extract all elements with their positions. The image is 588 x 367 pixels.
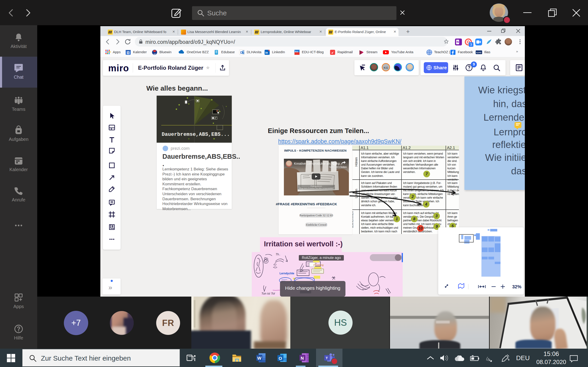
svg-text:T: T — [326, 356, 328, 360]
svg-text:Tun ist Tol: Tun ist Tol — [261, 292, 275, 295]
svg-text:Th..: Th.. — [276, 253, 280, 256]
svg-text:O: O — [279, 356, 282, 361]
svg-text:8: 8 — [128, 52, 129, 54]
svg-text:#Tagging: #Tagging — [313, 264, 324, 266]
svg-text:D: D — [240, 50, 243, 54]
svg-text:bzz: bzz — [295, 50, 298, 53]
svg-text:ILIAS: ILIAS — [476, 51, 481, 54]
svg-text:Lerndychle: Lerndychle — [279, 272, 294, 275]
svg-text:in: in — [265, 51, 268, 54]
svg-text:N: N — [301, 356, 304, 361]
svg-text:W: W — [257, 356, 261, 361]
svg-text:32%: 32% — [512, 284, 521, 289]
